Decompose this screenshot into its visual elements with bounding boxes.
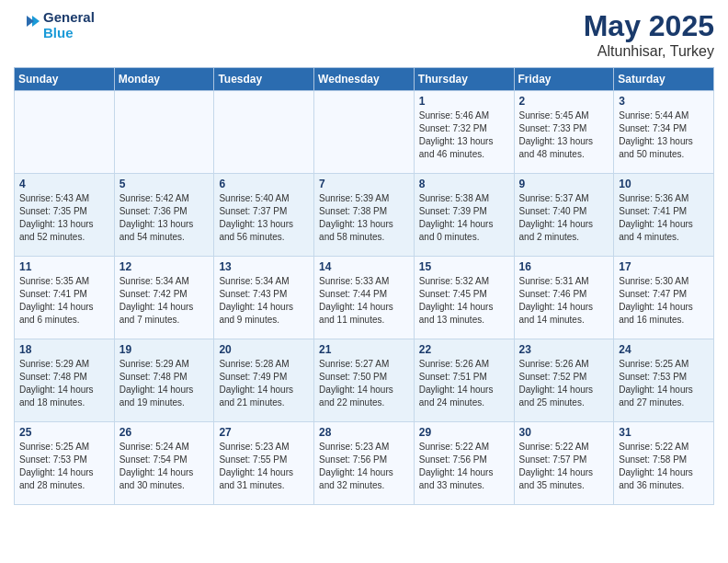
calendar-cell: 18Sunrise: 5:29 AM Sunset: 7:48 PM Dayli… [15,339,115,422]
day-info: Sunrise: 5:27 AM Sunset: 7:50 PM Dayligh… [319,358,410,409]
day-number: 3 [619,95,710,108]
calendar-cell: 26Sunrise: 5:24 AM Sunset: 7:54 PM Dayli… [114,422,214,505]
title-block: May 2025 Altunhisar, Turkey [584,9,714,60]
day-number: 19 [119,343,210,356]
day-info: Sunrise: 5:23 AM Sunset: 7:55 PM Dayligh… [219,441,310,492]
calendar-cell: 15Sunrise: 5:32 AM Sunset: 7:45 PM Dayli… [414,257,514,339]
header-tuesday: Tuesday [214,68,314,91]
day-number: 27 [219,426,310,439]
day-number: 14 [319,260,410,273]
day-info: Sunrise: 5:35 AM Sunset: 7:41 PM Dayligh… [19,275,110,327]
calendar-header-row: SundayMondayTuesdayWednesdayThursdayFrid… [15,68,714,91]
day-info: Sunrise: 5:37 AM Sunset: 7:40 PM Dayligh… [519,192,610,244]
day-info: Sunrise: 5:26 AM Sunset: 7:51 PM Dayligh… [419,358,510,409]
header-saturday: Saturday [614,68,714,91]
day-info: Sunrise: 5:25 AM Sunset: 7:53 PM Dayligh… [19,441,110,492]
week-row-1: 4Sunrise: 5:43 AM Sunset: 7:35 PM Daylig… [15,174,714,257]
header-monday: Monday [114,68,214,91]
week-row-3: 18Sunrise: 5:29 AM Sunset: 7:48 PM Dayli… [15,339,714,422]
day-info: Sunrise: 5:31 AM Sunset: 7:46 PM Dayligh… [519,275,610,327]
day-number: 13 [219,260,310,273]
calendar-cell: 28Sunrise: 5:23 AM Sunset: 7:56 PM Dayli… [314,422,415,505]
day-number: 10 [619,178,710,190]
calendar-cell: 4Sunrise: 5:43 AM Sunset: 7:35 PM Daylig… [15,174,115,257]
calendar-cell: 17Sunrise: 5:30 AM Sunset: 7:47 PM Dayli… [614,257,714,339]
day-info: Sunrise: 5:22 AM Sunset: 7:56 PM Dayligh… [419,441,510,492]
calendar-cell: 2Sunrise: 5:45 AM Sunset: 7:33 PM Daylig… [514,91,614,174]
calendar-cell: 6Sunrise: 5:40 AM Sunset: 7:37 PM Daylig… [214,174,314,257]
day-number: 15 [419,260,510,273]
day-number: 1 [419,95,510,108]
calendar-cell: 21Sunrise: 5:27 AM Sunset: 7:50 PM Dayli… [314,339,415,422]
header-thursday: Thursday [414,68,514,91]
location-subtitle: Altunhisar, Turkey [584,43,714,60]
day-info: Sunrise: 5:22 AM Sunset: 7:57 PM Dayligh… [519,441,610,492]
day-number: 29 [419,426,510,439]
day-info: Sunrise: 5:34 AM Sunset: 7:42 PM Dayligh… [119,275,210,327]
calendar-cell: 16Sunrise: 5:31 AM Sunset: 7:46 PM Dayli… [514,257,614,339]
week-row-0: 1Sunrise: 5:46 AM Sunset: 7:32 PM Daylig… [15,91,714,174]
calendar-cell: 13Sunrise: 5:34 AM Sunset: 7:43 PM Dayli… [214,257,314,339]
calendar-cell [314,91,415,174]
day-number: 5 [119,178,210,190]
calendar-cell: 8Sunrise: 5:38 AM Sunset: 7:39 PM Daylig… [414,174,514,257]
day-info: Sunrise: 5:34 AM Sunset: 7:43 PM Dayligh… [219,275,310,327]
week-row-4: 25Sunrise: 5:25 AM Sunset: 7:53 PM Dayli… [15,422,714,505]
day-number: 4 [19,178,110,190]
calendar-cell: 9Sunrise: 5:37 AM Sunset: 7:40 PM Daylig… [514,174,614,257]
day-info: Sunrise: 5:29 AM Sunset: 7:48 PM Dayligh… [119,358,210,409]
week-row-2: 11Sunrise: 5:35 AM Sunset: 7:41 PM Dayli… [15,257,714,339]
calendar-cell [114,91,214,174]
calendar-cell: 22Sunrise: 5:26 AM Sunset: 7:51 PM Dayli… [414,339,514,422]
day-number: 20 [219,343,310,356]
calendar-cell: 12Sunrise: 5:34 AM Sunset: 7:42 PM Dayli… [114,257,214,339]
day-number: 6 [219,178,310,190]
day-number: 7 [319,178,410,190]
logo: General Blue [14,9,95,40]
day-info: Sunrise: 5:45 AM Sunset: 7:33 PM Dayligh… [519,109,610,161]
day-number: 9 [519,178,610,190]
calendar-cell: 19Sunrise: 5:29 AM Sunset: 7:48 PM Dayli… [114,339,214,422]
calendar-cell: 11Sunrise: 5:35 AM Sunset: 7:41 PM Dayli… [15,257,115,339]
calendar-cell: 10Sunrise: 5:36 AM Sunset: 7:41 PM Dayli… [614,174,714,257]
day-info: Sunrise: 5:22 AM Sunset: 7:58 PM Dayligh… [619,441,710,492]
calendar-cell: 3Sunrise: 5:44 AM Sunset: 7:34 PM Daylig… [614,91,714,174]
day-info: Sunrise: 5:40 AM Sunset: 7:37 PM Dayligh… [219,192,310,244]
calendar-cell: 29Sunrise: 5:22 AM Sunset: 7:56 PM Dayli… [414,422,514,505]
calendar-cell: 5Sunrise: 5:42 AM Sunset: 7:36 PM Daylig… [114,174,214,257]
calendar-cell: 30Sunrise: 5:22 AM Sunset: 7:57 PM Dayli… [514,422,614,505]
calendar-cell: 27Sunrise: 5:23 AM Sunset: 7:55 PM Dayli… [214,422,314,505]
day-info: Sunrise: 5:30 AM Sunset: 7:47 PM Dayligh… [619,275,710,327]
day-info: Sunrise: 5:26 AM Sunset: 7:52 PM Dayligh… [519,358,610,409]
day-number: 12 [119,260,210,273]
day-info: Sunrise: 5:43 AM Sunset: 7:35 PM Dayligh… [19,192,110,244]
day-number: 18 [19,343,110,356]
calendar-cell: 25Sunrise: 5:25 AM Sunset: 7:53 PM Dayli… [15,422,115,505]
day-number: 23 [519,343,610,356]
day-number: 31 [619,426,710,439]
calendar-cell: 24Sunrise: 5:25 AM Sunset: 7:53 PM Dayli… [614,339,714,422]
day-info: Sunrise: 5:42 AM Sunset: 7:36 PM Dayligh… [119,192,210,244]
calendar-cell [15,91,115,174]
day-number: 16 [519,260,610,273]
day-info: Sunrise: 5:33 AM Sunset: 7:44 PM Dayligh… [319,275,410,327]
header-friday: Friday [514,68,614,91]
day-number: 21 [319,343,410,356]
day-info: Sunrise: 5:44 AM Sunset: 7:34 PM Dayligh… [619,109,710,161]
calendar-cell: 7Sunrise: 5:39 AM Sunset: 7:38 PM Daylig… [314,174,415,257]
calendar-cell [214,91,314,174]
calendar-table: SundayMondayTuesdayWednesdayThursdayFrid… [14,67,714,505]
day-number: 22 [419,343,510,356]
day-info: Sunrise: 5:29 AM Sunset: 7:48 PM Dayligh… [19,358,110,409]
day-number: 8 [419,178,510,190]
day-info: Sunrise: 5:36 AM Sunset: 7:41 PM Dayligh… [619,192,710,244]
day-number: 17 [619,260,710,273]
day-number: 11 [19,260,110,273]
day-info: Sunrise: 5:24 AM Sunset: 7:54 PM Dayligh… [119,441,210,492]
day-number: 24 [619,343,710,356]
day-info: Sunrise: 5:23 AM Sunset: 7:56 PM Dayligh… [319,441,410,492]
day-info: Sunrise: 5:39 AM Sunset: 7:38 PM Dayligh… [319,192,410,244]
day-info: Sunrise: 5:46 AM Sunset: 7:32 PM Dayligh… [419,109,510,161]
header-sunday: Sunday [15,68,115,91]
day-number: 25 [19,426,110,439]
